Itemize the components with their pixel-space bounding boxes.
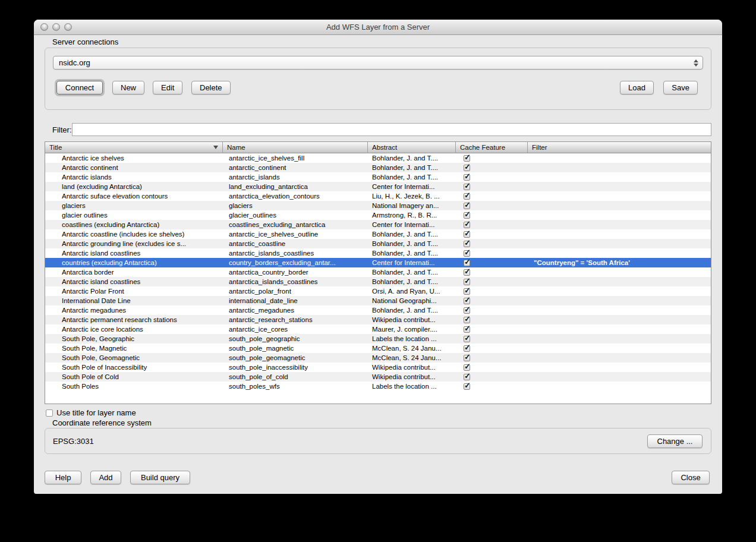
cache-feature-checkbox[interactable] (464, 250, 470, 257)
help-button[interactable]: Help (45, 471, 81, 484)
row-name: antarctic_islands (223, 172, 368, 182)
save-button[interactable]: Save (663, 81, 698, 94)
table-row[interactable]: Antarctic coastline (includes ice shelve… (45, 229, 711, 239)
table-row[interactable]: Antarctic ice shelvesantarctic_ice_shelv… (45, 153, 711, 163)
cache-feature-checkbox[interactable] (464, 374, 470, 380)
cache-feature-checkbox[interactable] (464, 203, 470, 209)
row-title: glacier outlines (45, 210, 223, 220)
table-row[interactable]: countries (excluding Antarctica)country_… (45, 258, 711, 267)
table-row[interactable]: glaciersglaciersNational Imagery an... (45, 201, 711, 210)
table-row[interactable]: land (excluding Antarctica)land_excludin… (45, 182, 711, 191)
row-title: South Pole of Cold (45, 372, 223, 382)
cache-feature-checkbox[interactable] (464, 165, 470, 171)
row-name: antarctic_research_stations (223, 315, 368, 324)
cache-feature-checkbox[interactable] (464, 364, 470, 371)
cache-feature-checkbox[interactable] (464, 174, 470, 181)
row-filter (528, 248, 711, 258)
cache-feature-checkbox[interactable] (464, 241, 470, 247)
build-query-button[interactable]: Build query (130, 471, 190, 484)
cache-feature-checkbox[interactable] (464, 298, 470, 304)
edit-button[interactable]: Edit (153, 81, 182, 94)
cache-feature-checkbox[interactable] (464, 222, 470, 228)
row-title: Antarctic continent (45, 163, 223, 172)
row-abstract: Bohlander, J. and T.... (368, 239, 456, 248)
row-name: international_date_line (223, 296, 368, 305)
cache-feature-checkbox[interactable] (464, 260, 470, 266)
row-filter (528, 220, 711, 229)
table-row[interactable]: coastlines (excluding Antarctica)coastli… (45, 220, 711, 229)
row-title: countries (excluding Antarctica) (45, 258, 223, 267)
cache-feature-checkbox[interactable] (464, 184, 470, 190)
table-row[interactable]: Antarctic megadunesantarctic_megadunesBo… (45, 305, 711, 315)
cache-feature-checkbox[interactable] (464, 317, 470, 323)
table-row[interactable]: South Polessouth_poles_wfsLabels the loc… (45, 382, 711, 391)
row-cache-cell (456, 324, 528, 334)
row-cache-cell (456, 220, 528, 229)
title-bar[interactable]: Add WFS Layer from a Server (34, 20, 722, 35)
table-row[interactable]: Antarctic island coastlinesantarctic_isl… (45, 248, 711, 258)
row-name: antarctic_coastline (223, 239, 368, 248)
cache-feature-checkbox[interactable] (464, 269, 470, 276)
table-row[interactable]: Antarctic grounding line (excludes ice s… (45, 239, 711, 248)
row-title: coastlines (excluding Antarctica) (45, 220, 223, 229)
cache-feature-checkbox[interactable] (464, 355, 470, 361)
column-header-filter[interactable]: Filter (528, 142, 711, 153)
row-abstract: National Imagery an... (368, 201, 456, 210)
cache-feature-checkbox[interactable] (464, 231, 470, 238)
close-window-icon[interactable] (40, 23, 48, 31)
table-row[interactable]: Antarctic Polar Frontantarctic_polar_fro… (45, 286, 711, 296)
table-row[interactable]: South Pole, Geomagneticsouth_pole_geomag… (45, 353, 711, 363)
new-button[interactable]: New (112, 81, 144, 94)
row-filter (528, 239, 711, 248)
table-row[interactable]: glacier outlinesglacier_outlinesArmstron… (45, 210, 711, 220)
table-row[interactable]: Antarctic continentantarctic_continentBo… (45, 163, 711, 172)
delete-button[interactable]: Delete (191, 81, 231, 94)
connect-button[interactable]: Connect (56, 81, 103, 94)
cache-feature-checkbox[interactable] (464, 383, 470, 390)
row-name: antarctic_continent (223, 163, 368, 172)
table-row[interactable]: International Date Lineinternational_dat… (45, 296, 711, 305)
table-row[interactable]: South Pole, Geographicsouth_pole_geograp… (45, 334, 711, 344)
row-cache-cell (456, 201, 528, 210)
cache-feature-checkbox[interactable] (464, 345, 470, 352)
table-row[interactable]: South Pole, Magneticsouth_pole_magneticM… (45, 344, 711, 353)
column-header-title[interactable]: Title (45, 142, 223, 153)
table-row[interactable]: Antarctic islandsantarctic_islandsBohlan… (45, 172, 711, 182)
table-row[interactable]: Antarctic ice core locationsantarctic_ic… (45, 324, 711, 334)
server-connection-select[interactable]: nsidc.org (53, 56, 703, 70)
cache-feature-checkbox[interactable] (464, 212, 470, 219)
row-name: antarctic_megadunes (223, 305, 368, 315)
table-header: Title Name Abstract Cache Feature Filter (45, 142, 711, 153)
cache-feature-checkbox[interactable] (464, 288, 470, 295)
server-connection-value: nsidc.org (59, 58, 90, 67)
zoom-window-icon[interactable] (64, 23, 72, 31)
table-row[interactable]: South Pole of Coldsouth_pole_of_coldWiki… (45, 372, 711, 382)
column-header-cache-feature[interactable]: Cache Feature (456, 142, 528, 153)
row-title: South Pole, Magnetic (45, 344, 223, 353)
load-button[interactable]: Load (620, 81, 654, 94)
change-crs-button[interactable]: Change ... (647, 434, 703, 448)
table-row[interactable]: Antarctic permanent research stationsant… (45, 315, 711, 324)
cache-feature-checkbox[interactable] (464, 336, 470, 342)
row-abstract: Wikipedia contribut... (368, 315, 456, 324)
use-title-checkbox[interactable] (46, 409, 53, 417)
column-header-abstract[interactable]: Abstract (368, 142, 456, 153)
cache-feature-checkbox[interactable] (464, 193, 470, 200)
cache-feature-checkbox[interactable] (464, 307, 470, 314)
table-row[interactable]: Antarctic island coastlinesantarctica_is… (45, 277, 711, 286)
row-title: Antarctic grounding line (excludes ice s… (45, 239, 223, 248)
cache-feature-checkbox[interactable] (464, 279, 470, 285)
table-row[interactable]: South Pole of Inaccessibilitysouth_pole_… (45, 363, 711, 372)
table-row[interactable]: Antarctica borderantarctica_country_bord… (45, 267, 711, 277)
use-title-checkbox-row[interactable]: Use title for layer name (46, 408, 136, 417)
close-button[interactable]: Close (672, 471, 710, 484)
column-header-name[interactable]: Name (223, 142, 368, 153)
table-row[interactable]: Antarctic suface elevation contoursantar… (45, 191, 711, 201)
cache-feature-checkbox[interactable] (464, 326, 470, 333)
row-filter (528, 305, 711, 315)
add-button[interactable]: Add (90, 471, 121, 484)
cache-feature-checkbox[interactable] (464, 155, 470, 162)
filter-input[interactable] (72, 123, 711, 136)
minimize-window-icon[interactable] (52, 23, 60, 31)
row-cache-cell (456, 344, 528, 353)
